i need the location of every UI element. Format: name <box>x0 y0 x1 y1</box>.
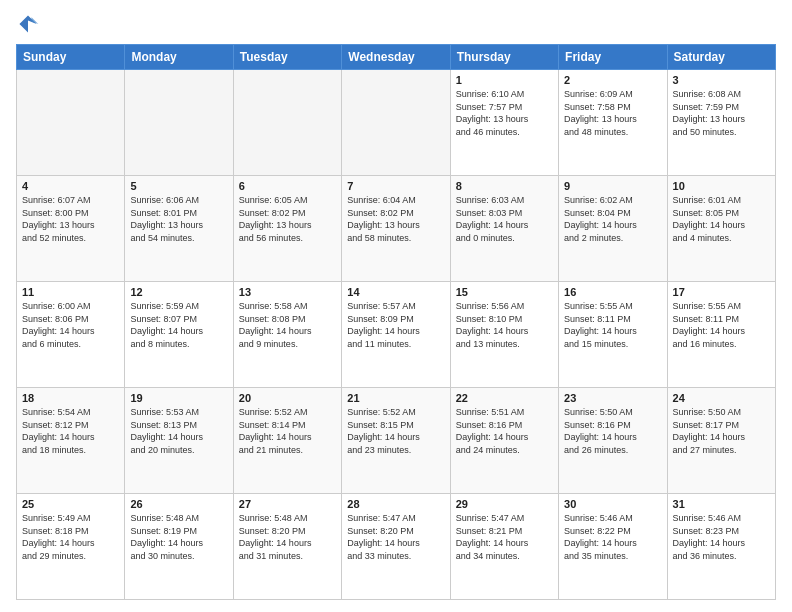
week-row-3: 11Sunrise: 6:00 AM Sunset: 8:06 PM Dayli… <box>17 282 776 388</box>
page: SundayMondayTuesdayWednesdayThursdayFrid… <box>0 0 792 612</box>
calendar-cell: 22Sunrise: 5:51 AM Sunset: 8:16 PM Dayli… <box>450 388 558 494</box>
day-info: Sunrise: 6:00 AM Sunset: 8:06 PM Dayligh… <box>22 300 119 350</box>
day-info: Sunrise: 5:50 AM Sunset: 8:17 PM Dayligh… <box>673 406 770 456</box>
day-number: 30 <box>564 498 661 510</box>
day-info: Sunrise: 5:57 AM Sunset: 8:09 PM Dayligh… <box>347 300 444 350</box>
calendar-cell: 31Sunrise: 5:46 AM Sunset: 8:23 PM Dayli… <box>667 494 775 600</box>
calendar-table: SundayMondayTuesdayWednesdayThursdayFrid… <box>16 44 776 600</box>
calendar-cell: 19Sunrise: 5:53 AM Sunset: 8:13 PM Dayli… <box>125 388 233 494</box>
day-number: 18 <box>22 392 119 404</box>
day-info: Sunrise: 5:47 AM Sunset: 8:20 PM Dayligh… <box>347 512 444 562</box>
day-number: 13 <box>239 286 336 298</box>
day-info: Sunrise: 5:59 AM Sunset: 8:07 PM Dayligh… <box>130 300 227 350</box>
calendar-cell: 16Sunrise: 5:55 AM Sunset: 8:11 PM Dayli… <box>559 282 667 388</box>
day-number: 27 <box>239 498 336 510</box>
weekday-header-saturday: Saturday <box>667 45 775 70</box>
calendar-cell: 4Sunrise: 6:07 AM Sunset: 8:00 PM Daylig… <box>17 176 125 282</box>
weekday-header-thursday: Thursday <box>450 45 558 70</box>
calendar-cell <box>17 70 125 176</box>
week-row-4: 18Sunrise: 5:54 AM Sunset: 8:12 PM Dayli… <box>17 388 776 494</box>
day-number: 2 <box>564 74 661 86</box>
day-info: Sunrise: 5:55 AM Sunset: 8:11 PM Dayligh… <box>564 300 661 350</box>
week-row-2: 4Sunrise: 6:07 AM Sunset: 8:00 PM Daylig… <box>17 176 776 282</box>
day-info: Sunrise: 5:52 AM Sunset: 8:14 PM Dayligh… <box>239 406 336 456</box>
calendar-cell: 17Sunrise: 5:55 AM Sunset: 8:11 PM Dayli… <box>667 282 775 388</box>
day-info: Sunrise: 6:03 AM Sunset: 8:03 PM Dayligh… <box>456 194 553 244</box>
day-number: 6 <box>239 180 336 192</box>
day-info: Sunrise: 5:46 AM Sunset: 8:23 PM Dayligh… <box>673 512 770 562</box>
day-info: Sunrise: 6:04 AM Sunset: 8:02 PM Dayligh… <box>347 194 444 244</box>
calendar-cell: 6Sunrise: 6:05 AM Sunset: 8:02 PM Daylig… <box>233 176 341 282</box>
day-number: 14 <box>347 286 444 298</box>
calendar-cell: 7Sunrise: 6:04 AM Sunset: 8:02 PM Daylig… <box>342 176 450 282</box>
day-number: 8 <box>456 180 553 192</box>
calendar-cell: 13Sunrise: 5:58 AM Sunset: 8:08 PM Dayli… <box>233 282 341 388</box>
weekday-header-friday: Friday <box>559 45 667 70</box>
weekday-header-sunday: Sunday <box>17 45 125 70</box>
calendar-cell: 24Sunrise: 5:50 AM Sunset: 8:17 PM Dayli… <box>667 388 775 494</box>
calendar-cell: 25Sunrise: 5:49 AM Sunset: 8:18 PM Dayli… <box>17 494 125 600</box>
day-number: 3 <box>673 74 770 86</box>
day-info: Sunrise: 6:06 AM Sunset: 8:01 PM Dayligh… <box>130 194 227 244</box>
day-number: 24 <box>673 392 770 404</box>
header <box>16 12 776 36</box>
day-info: Sunrise: 6:10 AM Sunset: 7:57 PM Dayligh… <box>456 88 553 138</box>
day-number: 1 <box>456 74 553 86</box>
day-info: Sunrise: 6:02 AM Sunset: 8:04 PM Dayligh… <box>564 194 661 244</box>
day-info: Sunrise: 5:49 AM Sunset: 8:18 PM Dayligh… <box>22 512 119 562</box>
calendar-cell: 9Sunrise: 6:02 AM Sunset: 8:04 PM Daylig… <box>559 176 667 282</box>
calendar-cell: 26Sunrise: 5:48 AM Sunset: 8:19 PM Dayli… <box>125 494 233 600</box>
day-number: 17 <box>673 286 770 298</box>
day-number: 10 <box>673 180 770 192</box>
day-info: Sunrise: 5:56 AM Sunset: 8:10 PM Dayligh… <box>456 300 553 350</box>
day-info: Sunrise: 5:51 AM Sunset: 8:16 PM Dayligh… <box>456 406 553 456</box>
weekday-header-monday: Monday <box>125 45 233 70</box>
day-info: Sunrise: 5:54 AM Sunset: 8:12 PM Dayligh… <box>22 406 119 456</box>
calendar-cell: 27Sunrise: 5:48 AM Sunset: 8:20 PM Dayli… <box>233 494 341 600</box>
day-info: Sunrise: 5:52 AM Sunset: 8:15 PM Dayligh… <box>347 406 444 456</box>
calendar-cell: 3Sunrise: 6:08 AM Sunset: 7:59 PM Daylig… <box>667 70 775 176</box>
day-number: 11 <box>22 286 119 298</box>
day-info: Sunrise: 6:01 AM Sunset: 8:05 PM Dayligh… <box>673 194 770 244</box>
calendar-cell: 12Sunrise: 5:59 AM Sunset: 8:07 PM Dayli… <box>125 282 233 388</box>
day-info: Sunrise: 5:58 AM Sunset: 8:08 PM Dayligh… <box>239 300 336 350</box>
day-number: 4 <box>22 180 119 192</box>
calendar-cell: 8Sunrise: 6:03 AM Sunset: 8:03 PM Daylig… <box>450 176 558 282</box>
calendar-cell: 29Sunrise: 5:47 AM Sunset: 8:21 PM Dayli… <box>450 494 558 600</box>
calendar-cell: 30Sunrise: 5:46 AM Sunset: 8:22 PM Dayli… <box>559 494 667 600</box>
day-info: Sunrise: 6:05 AM Sunset: 8:02 PM Dayligh… <box>239 194 336 244</box>
day-number: 5 <box>130 180 227 192</box>
day-number: 16 <box>564 286 661 298</box>
day-number: 15 <box>456 286 553 298</box>
day-number: 25 <box>22 498 119 510</box>
day-number: 19 <box>130 392 227 404</box>
day-info: Sunrise: 6:09 AM Sunset: 7:58 PM Dayligh… <box>564 88 661 138</box>
calendar-cell: 1Sunrise: 6:10 AM Sunset: 7:57 PM Daylig… <box>450 70 558 176</box>
weekday-header-row: SundayMondayTuesdayWednesdayThursdayFrid… <box>17 45 776 70</box>
calendar-cell: 10Sunrise: 6:01 AM Sunset: 8:05 PM Dayli… <box>667 176 775 282</box>
day-info: Sunrise: 5:48 AM Sunset: 8:19 PM Dayligh… <box>130 512 227 562</box>
day-info: Sunrise: 5:48 AM Sunset: 8:20 PM Dayligh… <box>239 512 336 562</box>
day-number: 29 <box>456 498 553 510</box>
calendar-cell: 14Sunrise: 5:57 AM Sunset: 8:09 PM Dayli… <box>342 282 450 388</box>
day-number: 22 <box>456 392 553 404</box>
day-info: Sunrise: 5:53 AM Sunset: 8:13 PM Dayligh… <box>130 406 227 456</box>
day-info: Sunrise: 5:55 AM Sunset: 8:11 PM Dayligh… <box>673 300 770 350</box>
calendar-cell: 5Sunrise: 6:06 AM Sunset: 8:01 PM Daylig… <box>125 176 233 282</box>
day-info: Sunrise: 5:50 AM Sunset: 8:16 PM Dayligh… <box>564 406 661 456</box>
calendar-cell: 11Sunrise: 6:00 AM Sunset: 8:06 PM Dayli… <box>17 282 125 388</box>
day-number: 21 <box>347 392 444 404</box>
logo-icon <box>16 12 40 36</box>
calendar-cell: 20Sunrise: 5:52 AM Sunset: 8:14 PM Dayli… <box>233 388 341 494</box>
week-row-1: 1Sunrise: 6:10 AM Sunset: 7:57 PM Daylig… <box>17 70 776 176</box>
calendar-cell: 2Sunrise: 6:09 AM Sunset: 7:58 PM Daylig… <box>559 70 667 176</box>
calendar-cell: 21Sunrise: 5:52 AM Sunset: 8:15 PM Dayli… <box>342 388 450 494</box>
day-number: 31 <box>673 498 770 510</box>
logo <box>16 12 44 36</box>
day-info: Sunrise: 5:47 AM Sunset: 8:21 PM Dayligh… <box>456 512 553 562</box>
calendar-cell: 15Sunrise: 5:56 AM Sunset: 8:10 PM Dayli… <box>450 282 558 388</box>
day-info: Sunrise: 6:07 AM Sunset: 8:00 PM Dayligh… <box>22 194 119 244</box>
calendar-cell <box>125 70 233 176</box>
calendar-cell: 23Sunrise: 5:50 AM Sunset: 8:16 PM Dayli… <box>559 388 667 494</box>
calendar-cell: 28Sunrise: 5:47 AM Sunset: 8:20 PM Dayli… <box>342 494 450 600</box>
